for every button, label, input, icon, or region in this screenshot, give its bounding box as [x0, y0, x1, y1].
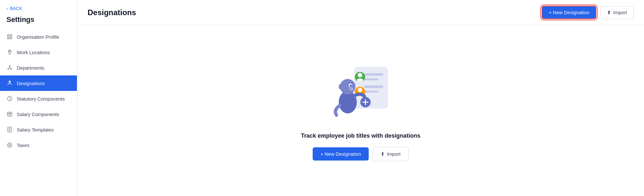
sidebar-item-departments[interactable]: Departments — [0, 60, 77, 75]
sidebar-item-label: Statutory Components — [17, 96, 65, 102]
svg-point-41 — [339, 84, 343, 90]
svg-rect-0 — [7, 34, 9, 36]
svg-point-29 — [358, 73, 362, 77]
empty-state-message: Track employee job titles with designati… — [301, 132, 420, 139]
svg-rect-32 — [364, 91, 378, 93]
sidebar-item-salary-components[interactable]: Salary Components — [0, 106, 77, 122]
svg-point-24 — [10, 146, 11, 146]
back-icon: ‹ — [6, 6, 8, 11]
departments-icon — [6, 64, 13, 71]
main-header: Designations + New Designation ⬆ Import — [77, 0, 644, 25]
svg-rect-14 — [7, 112, 12, 116]
svg-point-34 — [358, 88, 362, 92]
sidebar-item-label: Salary Templates — [17, 127, 54, 132]
sidebar-item-label: Organisation Profile — [17, 34, 59, 40]
import-icon: ⬆ — [607, 10, 611, 15]
svg-rect-31 — [364, 85, 383, 88]
empty-state: Track employee job titles with designati… — [77, 25, 644, 196]
sidebar-item-label: Departments — [17, 65, 44, 71]
svg-point-5 — [9, 65, 10, 66]
svg-rect-26 — [364, 73, 383, 76]
sidebar-item-label: Salary Components — [17, 112, 59, 117]
sidebar-item-designations[interactable]: Designations — [0, 75, 77, 91]
svg-rect-1 — [10, 34, 12, 36]
main-content: Designations + New Designation ⬆ Import — [77, 0, 644, 196]
grid-icon — [6, 34, 13, 40]
new-designation-button-empty[interactable]: + New Designation — [313, 147, 369, 161]
svg-point-9 — [8, 68, 9, 69]
sidebar-item-label: Designations — [17, 81, 45, 86]
sidebar-item-salary-templates[interactable]: Salary Templates — [0, 122, 77, 137]
svg-point-44 — [349, 88, 354, 91]
salary-tmpl-icon — [6, 126, 13, 133]
sidebar: ‹ BACK Settings Organisation Profile Wor… — [0, 0, 77, 196]
empty-illustration — [328, 60, 393, 125]
person-badge-icon — [6, 80, 13, 86]
sidebar-item-work-locations[interactable]: Work Locations — [0, 44, 77, 60]
settings-title: Settings — [0, 14, 77, 29]
import-label-empty: Import — [387, 151, 401, 157]
new-designation-button-header[interactable]: + New Designation — [542, 6, 596, 19]
sidebar-item-label: Work Locations — [17, 50, 50, 55]
sidebar-item-label: Taxes — [17, 142, 29, 148]
page-title: Designations — [88, 8, 136, 17]
sidebar-item-statutory-components[interactable]: Statutory Components — [0, 91, 77, 106]
sidebar-item-org-profile[interactable]: Organisation Profile — [0, 29, 77, 44]
svg-rect-3 — [10, 37, 12, 39]
back-label: BACK — [10, 6, 22, 11]
svg-rect-27 — [364, 78, 378, 80]
location-icon — [6, 49, 13, 55]
import-button-header[interactable]: ⬆ Import — [600, 6, 634, 19]
salary-comp-icon — [6, 111, 13, 117]
back-button[interactable]: ‹ BACK — [0, 0, 77, 14]
sidebar-item-taxes[interactable]: Taxes — [0, 137, 77, 153]
svg-point-10 — [11, 68, 12, 69]
taxes-icon — [6, 142, 13, 148]
svg-point-30 — [357, 78, 363, 82]
header-actions: + New Designation ⬆ Import — [542, 6, 634, 19]
svg-rect-2 — [7, 37, 9, 39]
svg-point-4 — [9, 51, 10, 52]
import-label: Import — [613, 10, 627, 15]
import-button-empty[interactable]: ⬆ Import — [373, 147, 409, 161]
import-icon-empty: ⬆ — [381, 151, 385, 157]
empty-state-actions: + New Designation ⬆ Import — [313, 147, 409, 161]
sidebar-nav: Organisation Profile Work Locations D — [0, 29, 77, 196]
svg-point-23 — [9, 144, 9, 145]
statutory-icon — [6, 95, 13, 102]
svg-point-43 — [350, 85, 352, 87]
